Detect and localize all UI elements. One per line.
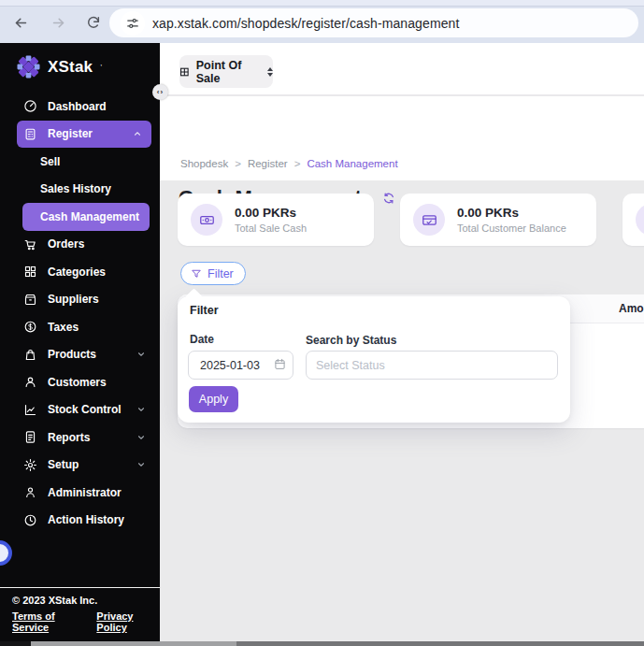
- page-header: Shopdesk > Register > Cash Management Ca…: [160, 96, 644, 180]
- sidebar-item-dashboard[interactable]: Dashboard: [0, 93, 160, 121]
- sidebar-item-action-history[interactable]: Action History: [0, 507, 160, 535]
- cart-icon: [23, 237, 37, 251]
- card-check-icon: [413, 204, 445, 236]
- sidebar-item-label: Customers: [48, 376, 107, 389]
- date-label: Date: [190, 333, 214, 346]
- sidebar-item-cash-management[interactable]: Cash Management: [22, 203, 150, 231]
- sidebar-item-taxes[interactable]: Taxes: [0, 313, 160, 341]
- breadcrumb-shopdesk[interactable]: Shopdesk: [180, 158, 228, 169]
- grid-icon: [23, 265, 37, 279]
- sidebar-item-orders[interactable]: Orders: [0, 231, 160, 259]
- scrollbar-thumb[interactable]: [236, 641, 644, 646]
- forward-icon: [50, 15, 66, 31]
- sidebar-item-label: Cash Management: [40, 210, 139, 223]
- tabstrip-edge: [0, 0, 644, 7]
- card-cash-in: [623, 194, 644, 246]
- document-icon: [23, 430, 37, 444]
- breadcrumb-separator: >: [294, 158, 301, 169]
- sidebar-item-label: Reports: [48, 431, 90, 444]
- collapse-icon: ‹›: [157, 88, 164, 96]
- status-label: Search by Status: [306, 334, 396, 347]
- logo[interactable]: XStak ’: [17, 55, 102, 79]
- sidebar-item-label: Taxes: [48, 321, 79, 334]
- scrollbar-segment: [0, 641, 31, 646]
- sidebar-item-label: Administrator: [48, 486, 122, 499]
- clock-icon: [23, 513, 37, 527]
- gear-icon: [23, 458, 37, 472]
- archive-box-icon: [23, 293, 37, 307]
- back-icon: [13, 15, 29, 31]
- card-label: Total Sale Cash: [235, 223, 307, 234]
- sidebar-item-label: Sales History: [40, 182, 111, 195]
- sidebar-item-administrator[interactable]: Administrator: [0, 479, 160, 507]
- breadcrumb-cash-management[interactable]: Cash Management: [307, 158, 397, 169]
- sidebar-item-register[interactable]: Register: [17, 121, 151, 149]
- funnel-icon: [191, 268, 202, 280]
- chevron-up-icon: [133, 129, 142, 138]
- filter-popup-title: Filter: [190, 304, 219, 317]
- sidebar-item-categories[interactable]: Categories: [0, 258, 160, 286]
- sidebar-item-customers[interactable]: Customers: [0, 368, 160, 396]
- sidebar-item-label: Categories: [48, 266, 106, 279]
- sidebar-item-sell[interactable]: Sell: [0, 148, 160, 176]
- sidebar: XStak ’ Dashboard Register Sell Sales Hi…: [0, 43, 160, 641]
- site-settings-icon[interactable]: [121, 11, 145, 36]
- dashboard-icon: [23, 99, 37, 113]
- status-select[interactable]: [306, 351, 558, 380]
- sidebar-item-label: Action History: [48, 513, 124, 526]
- card-label: Total Customer Balance: [457, 223, 566, 234]
- scrollbar-track: [31, 641, 236, 646]
- card-value: 0.00 PKRs: [457, 206, 566, 220]
- sidebar-item-label: Register: [48, 127, 93, 140]
- sidebar-item-reports[interactable]: Reports: [0, 423, 160, 452]
- sidebar-item-sales-history[interactable]: Sales History: [0, 176, 160, 204]
- sidebar-nav: Dashboard Register Sell Sales History Ca…: [0, 93, 160, 534]
- chevron-down-icon: [136, 433, 146, 442]
- logo-text: XStak: [48, 58, 93, 77]
- sidebar-item-label: Orders: [48, 237, 84, 251]
- chevron-down-icon: [136, 460, 146, 469]
- sidebar-item-label: Dashboard: [48, 100, 107, 113]
- sidebar-item-label: Stock Control: [48, 403, 122, 416]
- main-content: Point Of Sale Shopdesk > Register > Cash…: [160, 43, 644, 641]
- filter-popup: Filter Date Search by Status Apply: [178, 296, 570, 423]
- sidebar-item-products[interactable]: Products: [0, 341, 160, 369]
- browser-forward-button[interactable]: [48, 12, 68, 33]
- refresh-icon: [86, 15, 101, 30]
- card-total-customer-balance: 0.00 PKRs Total Customer Balance: [400, 194, 596, 246]
- date-input[interactable]: [188, 351, 293, 380]
- screen: xap.xstak.com/shopdesk/register/cash-man…: [0, 0, 644, 646]
- address-bar[interactable]: xap.xstak.com/shopdesk/register/cash-man…: [109, 8, 638, 37]
- browser-back-button[interactable]: [10, 12, 31, 33]
- card-total-sale-cash: 0.00 PKRs Total Sale Cash: [178, 194, 374, 246]
- admin-user-icon: [23, 485, 37, 499]
- summary-cards: 0.00 PKRs Total Sale Cash 0.00 PKRs Tota…: [178, 194, 644, 246]
- store-selector-dropdown[interactable]: Point Of Sale: [179, 55, 273, 88]
- xstak-logo-icon: [17, 55, 40, 79]
- terms-of-service-link[interactable]: Terms of Service: [12, 610, 72, 633]
- filter-button-label: Filter: [208, 267, 234, 280]
- url-text[interactable]: xap.xstak.com/shopdesk/register/cash-man…: [152, 16, 459, 31]
- logo-tick: ’: [100, 63, 102, 72]
- sidebar-item-label: Suppliers: [48, 293, 99, 306]
- cash-deposit-icon: [636, 204, 644, 236]
- sidebar-item-suppliers[interactable]: Suppliers: [0, 286, 160, 314]
- sidebar-item-label: Sell: [40, 155, 60, 168]
- breadcrumb-register[interactable]: Register: [248, 158, 288, 169]
- people-icon: [23, 375, 37, 389]
- bag-icon: [23, 348, 37, 362]
- select-arrows-icon: [267, 67, 273, 77]
- card-value: 0.00 PKRs: [235, 206, 307, 220]
- horizontal-scrollbar[interactable]: [0, 641, 644, 646]
- sidebar-item-stock-control[interactable]: Stock Control: [0, 396, 160, 424]
- sidebar-collapse-button[interactable]: ‹›: [152, 84, 168, 100]
- privacy-policy-link[interactable]: Privacy Policy: [96, 610, 148, 633]
- sidebar-item-setup[interactable]: Setup: [0, 452, 160, 480]
- apply-button[interactable]: Apply: [189, 386, 238, 412]
- filter-button[interactable]: Filter: [180, 262, 246, 285]
- breadcrumb: Shopdesk > Register > Cash Management: [180, 158, 398, 169]
- dollar-circle-icon: [23, 320, 37, 334]
- chevron-down-icon: [136, 350, 146, 359]
- browser-refresh-button[interactable]: [83, 12, 104, 33]
- register-icon: [23, 127, 37, 141]
